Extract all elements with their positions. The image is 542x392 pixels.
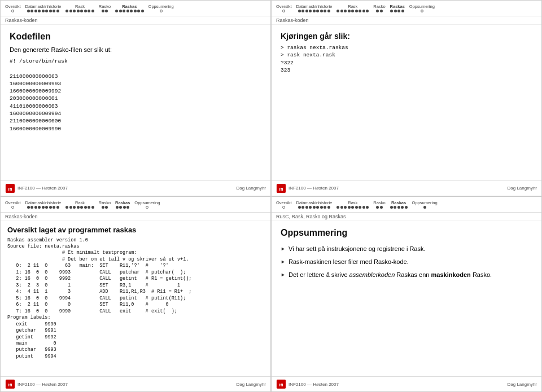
nav-oversikt-3[interactable]: Oversikt	[5, 200, 21, 209]
nav-bar-bottom-right: Oversikt Datamaskinhistorie Rask Rasko R…	[272, 197, 541, 213]
content-bottom-left: Oversikt laget av programmet raskas Rask…	[1, 221, 270, 377]
footer-bottom-right: ifi INF2100 — Høsten 2007 Dag Langmyhr	[272, 376, 541, 391]
ifi-logo-bl: ifi	[5, 379, 15, 389]
panel-top-right: Oversikt Datamaskinhistorie Rask Rasko R…	[271, 0, 542, 196]
nav-datamaskin-3[interactable]: Datamaskinhistorie	[25, 200, 62, 209]
footer-logo-bl: ifi INF2100 — Høsten 2007	[5, 379, 68, 389]
footer-author-tr: Dag Langmyhr	[508, 186, 537, 191]
title-kodefilen: Kodefilen	[10, 32, 261, 42]
content-top-left: Kodefilen Den genererte Rasko-filen ser …	[1, 25, 270, 180]
nav-oversikt-1[interactable]: Oversikt	[5, 4, 21, 12]
bullet-3: Det er lettere å skrive assemblerkoden R…	[281, 271, 532, 279]
footer-logo-tl: ifi INF2100 — Høsten 2007	[5, 183, 68, 193]
section-label-tl: Raskas-koden	[1, 16, 270, 25]
nav-raskas-2[interactable]: Raskas	[390, 4, 405, 12]
nav-rask-1[interactable]: Rask	[65, 4, 94, 12]
page-grid: Oversikt Datamaskinhistorie Rask Rasko R…	[0, 0, 542, 392]
nav-rasko-1[interactable]: Rasko	[99, 4, 111, 12]
nav-rask-3[interactable]: Rask	[65, 200, 94, 209]
nav-rasko-4[interactable]: Rasko	[373, 200, 385, 209]
nav-rasko-3[interactable]: Rasko	[99, 200, 111, 209]
subtitle-kodefilen: Den genererte Rasko-filen ser slik ut:	[10, 46, 261, 53]
nav-rasko-2[interactable]: Rasko	[373, 4, 385, 12]
nav-rask-2[interactable]: Rask	[336, 4, 369, 12]
nav-oversikt-4[interactable]: Oversikt	[276, 200, 292, 209]
ifi-logo-tr: ifi	[276, 183, 286, 193]
code-block-kodefilen: #! /store/bin/rask 211000000000063 16000…	[10, 58, 261, 133]
nav-rask-4[interactable]: Rask	[336, 200, 369, 209]
content-top-right: Kjøringen går slik: > raskas nexta.raska…	[272, 25, 541, 180]
footer-bottom-left: ifi INF2100 — Høsten 2007 Dag Langmyhr	[1, 376, 270, 391]
bullet-1: Vi har sett på instruksjonene og registr…	[281, 245, 532, 253]
svg-text:ifi: ifi	[8, 186, 12, 191]
footer-course-tl: INF2100 — Høsten 2007	[18, 186, 68, 191]
nav-bar-top-left: Oversikt Datamaskinhistorie Rask Rasko R…	[1, 1, 270, 16]
svg-text:ifi: ifi	[279, 382, 283, 387]
nav-oppsumering-1[interactable]: Oppsumering	[148, 4, 174, 12]
nav-datamaskin-2[interactable]: Datamaskinhistorie	[296, 4, 333, 12]
run-block: > raskas nexta.raskas > rask nexta.rask …	[281, 44, 532, 74]
panel-top-left: Oversikt Datamaskinhistorie Rask Rasko R…	[0, 0, 271, 196]
panel-bottom-left: Oversikt Datamaskinhistorie Rask Rasko R…	[0, 196, 271, 393]
footer-author-tl: Dag Langmyhr	[237, 186, 266, 191]
content-bottom-right: Oppsummering Vi har sett på instruksjone…	[272, 221, 541, 377]
program-listing: Raskas assembler version 1.0 Source file…	[7, 237, 264, 360]
panel-bottom-right: Oversikt Datamaskinhistorie Rask Rasko R…	[271, 196, 542, 393]
svg-text:ifi: ifi	[279, 186, 283, 191]
nav-oversikt-2[interactable]: Oversikt	[276, 4, 292, 12]
footer-course-br: INF2100 — Høsten 2007	[289, 382, 339, 387]
footer-course-tr: INF2100 — Høsten 2007	[289, 186, 339, 191]
section-label-tr: Raskas-koden	[272, 16, 541, 25]
footer-course-bl: INF2100 — Høsten 2007	[18, 382, 68, 387]
nav-oppsumering-2[interactable]: Oppsumering	[409, 4, 435, 12]
ifi-logo-br: ifi	[276, 379, 286, 389]
nav-oppsumering-4[interactable]: Oppsumering	[412, 200, 438, 209]
footer-author-bl: Dag Langmyhr	[237, 382, 266, 387]
bullet-2: Rask-maskinen leser filer med Rasko-kode…	[281, 258, 532, 266]
section-label-bl: Raskas-koden	[1, 213, 270, 221]
summary-list: Vi har sett på instruksjonene og registr…	[281, 245, 532, 280]
svg-text:ifi: ifi	[8, 382, 12, 387]
nav-bar-bottom-left: Oversikt Datamaskinhistorie Rask Rasko R…	[1, 197, 270, 213]
section-label-br: RusC, Rask, Rasko og Raskas	[272, 213, 541, 221]
nav-bar-top-right: Oversikt Datamaskinhistorie Rask Rasko R…	[272, 1, 541, 16]
nav-raskas-4[interactable]: Raskas	[390, 200, 408, 209]
footer-logo-br: ifi INF2100 — Høsten 2007	[276, 379, 339, 389]
footer-top-left: ifi INF2100 — Høsten 2007 Dag Langmyhr	[1, 180, 270, 196]
nav-oppsumering-3[interactable]: Oppsumering	[134, 200, 160, 209]
title-oversikt-program: Oversikt laget av programmet raskas	[7, 226, 264, 234]
nav-datamaskin-4[interactable]: Datamaskinhistorie	[296, 200, 333, 209]
footer-logo-tr: ifi INF2100 — Høsten 2007	[276, 183, 339, 193]
title-oppsummering: Oppsummering	[281, 228, 532, 238]
nav-datamaskin-1[interactable]: Datamaskinhistorie	[25, 4, 62, 12]
nav-raskas-1[interactable]: Raskas	[115, 4, 144, 12]
title-kjoring: Kjøringen går slik:	[281, 32, 532, 41]
footer-author-br: Dag Langmyhr	[508, 382, 537, 387]
nav-raskas-3[interactable]: Raskas	[115, 200, 130, 209]
footer-top-right: ifi INF2100 — Høsten 2007 Dag Langmyhr	[272, 180, 541, 196]
ifi-logo-tl: ifi	[5, 183, 15, 193]
